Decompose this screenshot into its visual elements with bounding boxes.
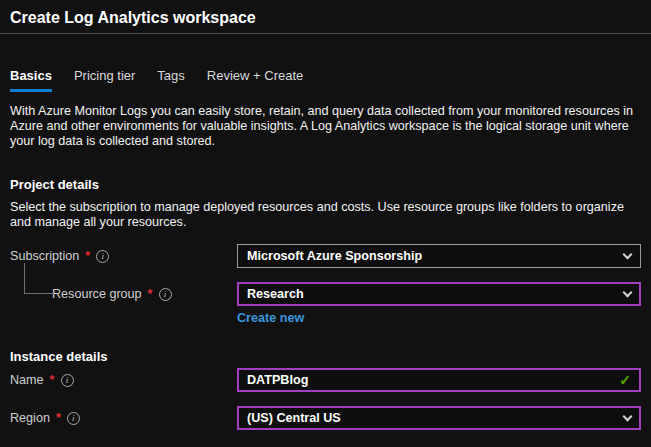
instance-details-heading: Instance details [10,349,641,364]
title-divider [0,33,651,34]
subscription-required-asterisk: * [85,249,90,263]
page-title: Create Log Analytics workspace [10,9,641,27]
create-new-link[interactable]: Create new [237,311,304,325]
tab-tags[interactable]: Tags [157,68,184,92]
name-label: Name [10,373,44,387]
name-row: Name * i ✓ [10,368,641,392]
subscription-info-icon[interactable]: i [96,250,109,263]
tab-bar: Basics Pricing tier Tags Review + Create [10,68,641,92]
resource-group-connector-line [24,263,54,294]
name-info-icon[interactable]: i [61,374,74,387]
region-label-cell: Region * i [10,406,237,430]
tab-review-create[interactable]: Review + Create [207,68,303,92]
resource-group-label: Resource group [52,287,142,301]
region-dropdown[interactable]: (US) Central US [237,406,641,430]
intro-text: With Azure Monitor Logs you can easily s… [10,104,641,149]
titlebar: Create Log Analytics workspace [0,0,651,27]
region-dropdown-value: (US) Central US [247,411,341,425]
chevron-down-icon [623,249,633,259]
subscription-row: Subscription * i Microsoft Azure Sponsor… [10,244,641,268]
region-required-asterisk: * [56,411,61,425]
resource-group-dropdown-value: Research [247,287,304,301]
project-details-form: Subscription * i Microsoft Azure Sponsor… [10,244,641,325]
name-required-asterisk: * [50,373,55,387]
name-field: ✓ [237,368,641,392]
region-info-icon[interactable]: i [67,412,80,425]
tab-pricing-tier[interactable]: Pricing tier [74,68,135,92]
subscription-label: Subscription [10,249,79,263]
resource-group-dropdown[interactable]: Research [237,282,641,306]
valid-check-icon: ✓ [619,372,631,388]
create-log-analytics-workspace-pane: Create Log Analytics workspace Basics Pr… [0,0,651,447]
resource-group-row: Resource group * i Research Create new [10,282,641,325]
region-label: Region [10,411,50,425]
subscription-dropdown-value: Microsoft Azure Sponsorship [247,249,422,263]
chevron-down-icon [623,287,633,297]
resource-group-required-asterisk: * [148,287,153,301]
resource-group-info-icon[interactable]: i [159,288,172,301]
project-details-description: Select the subscription to manage deploy… [10,200,641,230]
region-row: Region * i (US) Central US [10,406,641,430]
chevron-down-icon [623,411,633,421]
name-label-cell: Name * i [10,368,237,392]
project-details-heading: Project details [10,177,641,192]
tab-basics[interactable]: Basics [10,68,52,92]
name-input[interactable] [247,370,619,390]
resource-group-field-column: Research Create new [237,282,641,325]
instance-details-form: Name * i ✓ Region * i (US) Central US [10,368,641,430]
subscription-dropdown[interactable]: Microsoft Azure Sponsorship [237,244,641,268]
